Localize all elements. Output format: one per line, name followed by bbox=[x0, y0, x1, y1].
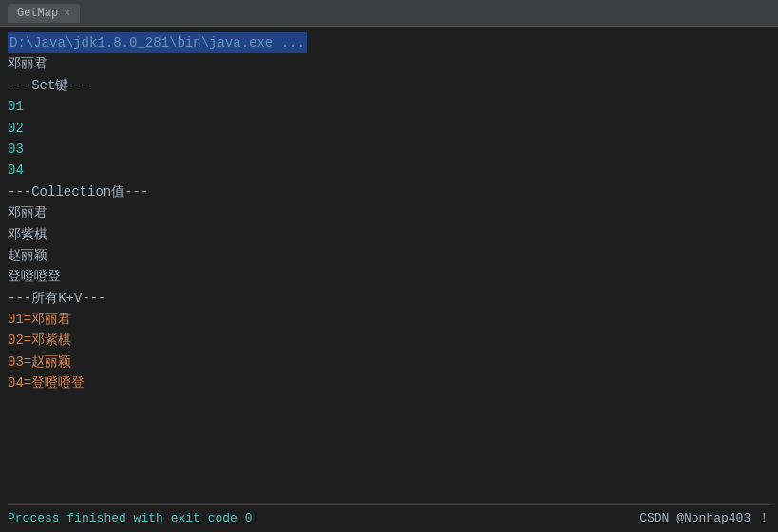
console-footer: Process finished with exit code 0 CSDN @… bbox=[8, 504, 770, 526]
console-line: ---所有K+V--- bbox=[8, 288, 770, 309]
console-line: 02 bbox=[8, 118, 770, 139]
console-line: 03 bbox=[8, 139, 770, 160]
footer-status: Process finished with exit code 0 bbox=[8, 511, 252, 525]
title-tab[interactable]: GetMap × bbox=[8, 4, 80, 23]
footer-branding: CSDN @Nonhap403 ！ bbox=[639, 509, 770, 526]
console-body: D:\Java\jdk1.8.0_281\bin\java.exe ...邓丽君… bbox=[0, 27, 778, 532]
console-line: 登噔噔登 bbox=[8, 266, 770, 287]
console-line: D:\Java\jdk1.8.0_281\bin\java.exe ... bbox=[8, 32, 307, 53]
console-line: 04=登噔噔登 bbox=[8, 372, 770, 393]
console-content: D:\Java\jdk1.8.0_281\bin\java.exe ...邓丽君… bbox=[8, 32, 770, 504]
console-line: 04 bbox=[8, 160, 770, 180]
title-bar: GetMap × bbox=[0, 0, 778, 27]
console-line: 02=邓紫棋 bbox=[8, 330, 770, 351]
tab-label: GetMap bbox=[17, 7, 58, 20]
console-line: ---Collection值--- bbox=[8, 181, 770, 202]
console-line: 邓丽君 bbox=[8, 53, 770, 74]
console-line: 赵丽颖 bbox=[8, 245, 770, 266]
console-line: 01=邓丽君 bbox=[8, 309, 770, 330]
console-line: 邓丽君 bbox=[8, 202, 770, 223]
console-line: 01 bbox=[8, 96, 770, 117]
console-line: ---Set键--- bbox=[8, 75, 770, 96]
console-line: 03=赵丽颖 bbox=[8, 352, 770, 372]
close-icon[interactable]: × bbox=[64, 8, 70, 19]
console-line: 邓紫棋 bbox=[8, 224, 770, 245]
